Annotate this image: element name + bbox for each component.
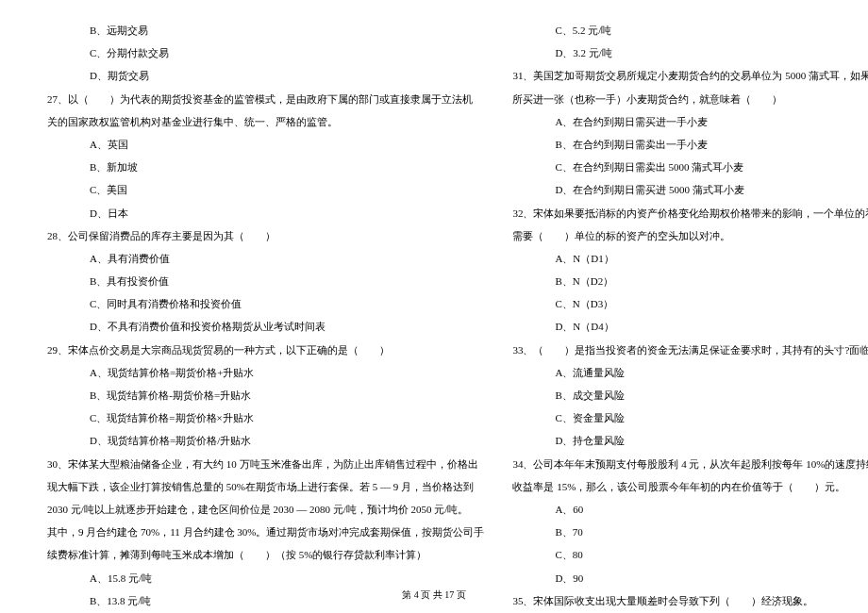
q29-option-d: D、现货结算价格=期货价格/升贴水 — [47, 429, 484, 452]
q34-option-d: D、90 — [512, 567, 868, 589]
q31-line2: 所买进一张（也称一手）小麦期货合约，就意味着（ ） — [512, 88, 868, 110]
q28-option-d: D、不具有消费价值和投资价格期货从业考试时间表 — [47, 315, 484, 338]
q28: 28、公司保留消费品的库存主要是因为其（ ） — [47, 224, 484, 247]
q34-option-c: C、80 — [512, 543, 868, 566]
q31-line1: 31、美国芝加哥期货交易所规定小麦期货合约的交易单位为 5000 蒲式耳，如果交… — [512, 64, 868, 87]
q27-option-a: A、英国 — [47, 133, 484, 156]
q30-option-c: C、5.2 元/吨 — [512, 19, 868, 41]
q27-option-c: C、美国 — [47, 178, 484, 201]
q33: 33、（ ）是指当投资者的资金无法满足保证金要求时，其持有的头寸?面临强制平仓的… — [512, 339, 868, 361]
q33-option-c: C、资金量风险 — [512, 406, 868, 429]
q29-option-a: A、现货结算价格=期货价格+升贴水 — [47, 361, 484, 384]
q27-option-d: D、日本 — [47, 202, 484, 224]
q33-option-a: A、流通量风险 — [512, 361, 868, 384]
q32-option-d: D、N（D4） — [512, 315, 868, 338]
q30-line4: 其中，9 月合约建仓 70%，11 月合约建仓 30%。通过期货市场对冲完成套期… — [47, 521, 484, 543]
q32-option-a: A、N（D1） — [512, 247, 868, 270]
q27-line1: 27、以（ ）为代表的期货投资基金的监管模式，是由政府下属的部门或直接隶属于立法… — [47, 88, 484, 110]
q30-option-a: A、15.8 元/吨 — [47, 567, 484, 589]
q28-option-a: A、具有消费价值 — [47, 247, 484, 270]
exam-page: B、远期交易 C、分期付款交易 D、期货交易 27、以（ ）为代表的期货投资基金… — [0, 0, 868, 612]
q32-line2: 需要（ ）单位的标的资产的空头加以对冲。 — [512, 224, 868, 247]
q31-option-c: C、在合约到期日需卖出 5000 蒲式耳小麦 — [512, 156, 868, 178]
q26-option-d: D、期货交易 — [47, 64, 484, 87]
q32-option-c: C、N（D3） — [512, 292, 868, 315]
q26-option-c: C、分期付款交易 — [47, 41, 484, 64]
q32-line1: 32、宋体如果要抵消标的内资产价格变化给期权价格带来的影响，一个单位的看涨期权多… — [512, 202, 868, 224]
q27-option-b: B、新加坡 — [47, 156, 484, 178]
q34-option-a: A、60 — [512, 498, 868, 521]
q29-option-b: B、现货结算价格-期货价格=升贴水 — [47, 384, 484, 406]
q33-option-d: D、持仓量风险 — [512, 429, 868, 452]
q30-line2: 现大幅下跌，该企业打算按销售总量的 50%在期货市场上进行套保。若 5 — 9 … — [47, 475, 484, 498]
q33-option-b: B、成交量风险 — [512, 384, 868, 406]
q27-line2: 关的国家政权监管机构对基金业进行集中、统一、严格的监管。 — [47, 110, 484, 133]
q26-option-b: B、远期交易 — [47, 19, 484, 41]
q34-line1: 34、公司本年年末预期支付每股股利 4 元，从次年起股利按每年 10%的速度持续… — [512, 453, 868, 475]
q29-option-c: C、现货结算价格=期货价格×升贴水 — [47, 406, 484, 429]
q31-option-a: A、在合约到期日需买进一手小麦 — [512, 110, 868, 133]
left-column: B、远期交易 C、分期付款交易 D、期货交易 27、以（ ）为代表的期货投资基金… — [47, 19, 484, 612]
q34-line2: 收益率是 15%，那么，该公司股票今年年初的内在价值等于（ ）元。 — [512, 475, 868, 498]
q30-option-d: D、3.2 元/吨 — [512, 41, 868, 64]
q34-option-b: B、70 — [512, 521, 868, 543]
q31-option-b: B、在合约到期日需卖出一手小麦 — [512, 133, 868, 156]
q32-option-b: B、N（D2） — [512, 270, 868, 292]
page-footer: 第 4 页 共 17 页 — [0, 588, 868, 602]
right-column: C、5.2 元/吨 D、3.2 元/吨 31、美国芝加哥期货交易所规定小麦期货合… — [512, 19, 868, 612]
q28-option-c: C、同时具有消费价格和投资价值 — [47, 292, 484, 315]
q30-line1: 30、宋体某大型粮油储备企业，有大约 10 万吨玉米准备出库，为防止出库销售过程… — [47, 453, 484, 475]
q30-line3: 2030 元/吨以上就逐步开始建仓，建仓区间价位是 2030 — 2080 元/… — [47, 498, 484, 521]
q29: 29、宋体点价交易是大宗商品现货贸易的一种方式，以下正确的是（ ） — [47, 339, 484, 361]
q28-option-b: B、具有投资价值 — [47, 270, 484, 292]
q31-option-d: D、在合约到期日需买进 5000 蒲式耳小麦 — [512, 178, 868, 201]
q30-line5: 续费标准计算，摊薄到每吨玉米成本增加（ ）（按 5%的银行存贷款利率计算） — [47, 543, 484, 566]
